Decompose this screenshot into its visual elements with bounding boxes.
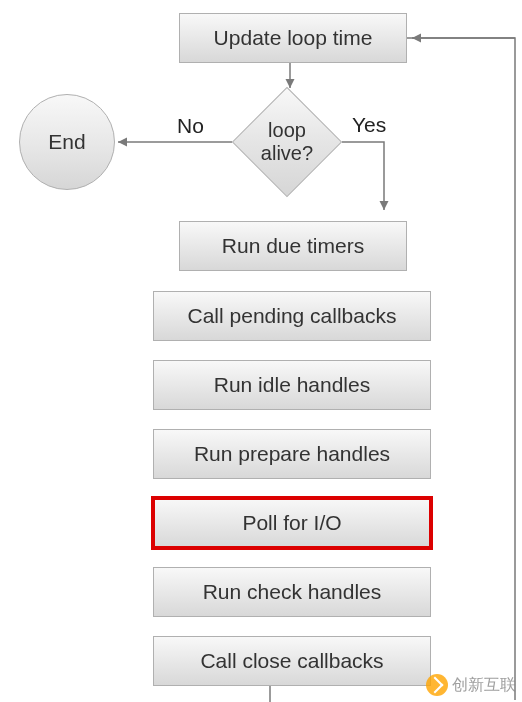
node-label: Run due timers — [222, 234, 364, 258]
node-call-pending-callbacks: Call pending callbacks — [153, 291, 431, 341]
node-run-due-timers: Run due timers — [179, 221, 407, 271]
node-label: Run idle handles — [214, 373, 370, 397]
watermark-text: 创新互联 — [452, 675, 516, 696]
edge-label-yes: Yes — [352, 113, 386, 137]
node-label: Poll for I/O — [242, 511, 341, 535]
node-run-idle-handles: Run idle handles — [153, 360, 431, 410]
node-label: Update loop time — [214, 26, 373, 50]
node-run-check-handles: Run check handles — [153, 567, 431, 617]
node-label: End — [48, 130, 85, 154]
watermark: 创新互联 — [426, 674, 516, 696]
node-loop-alive: loop alive? — [232, 87, 342, 197]
node-label: Call pending callbacks — [188, 304, 397, 328]
node-end: End — [19, 94, 115, 190]
node-update-loop-time: Update loop time — [179, 13, 407, 63]
node-run-prepare-handles: Run prepare handles — [153, 429, 431, 479]
node-label: Run check handles — [203, 580, 382, 604]
node-poll-for-io: Poll for I/O — [153, 498, 431, 548]
node-label: Call close callbacks — [200, 649, 383, 673]
node-label: Run prepare handles — [194, 442, 390, 466]
node-call-close-callbacks: Call close callbacks — [153, 636, 431, 686]
watermark-logo-icon — [426, 674, 448, 696]
node-label: loop alive? — [261, 119, 313, 165]
edge-label-no: No — [177, 114, 204, 138]
